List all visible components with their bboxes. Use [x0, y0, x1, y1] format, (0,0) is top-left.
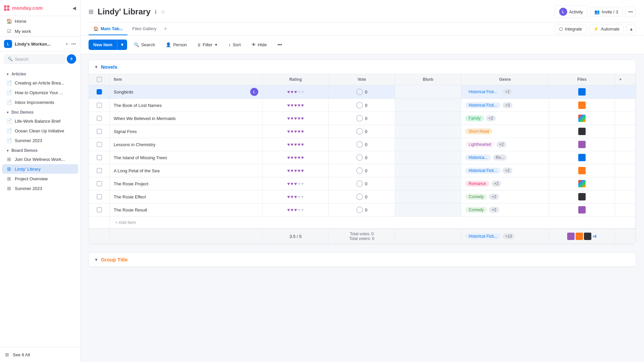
- vote-circle[interactable]: [356, 88, 363, 95]
- file-thumbnail[interactable]: [578, 88, 586, 96]
- files-cell[interactable]: [549, 177, 615, 190]
- blurb-cell[interactable]: [395, 177, 461, 190]
- more-toolbar-btn[interactable]: •••: [273, 40, 286, 50]
- item-name-cell[interactable]: The Book of Lost Names+: [110, 99, 263, 112]
- vote-cell[interactable]: 0: [329, 85, 395, 99]
- section-board-demos[interactable]: ▼ Board Demos: [2, 145, 78, 154]
- genre-cell[interactable]: Short Read: [461, 125, 549, 138]
- group-collapse-icon[interactable]: ▼: [94, 65, 98, 69]
- group-title-novels[interactable]: Novels: [101, 64, 117, 70]
- file-thumbnail[interactable]: [578, 128, 586, 135]
- rating-cell[interactable]: ♥♥♥♥♥: [262, 99, 329, 112]
- rating-cell[interactable]: ♥♥♥♥♥: [262, 112, 329, 125]
- genre-cell[interactable]: Historical Ficti...+2: [461, 164, 549, 177]
- star-icon[interactable]: ☆: [161, 9, 165, 15]
- row-checkbox-cell[interactable]: [89, 99, 110, 112]
- item-name-cell[interactable]: Lessons in Chemistry+: [110, 138, 263, 151]
- file-thumbnail[interactable]: [578, 154, 586, 161]
- sidebar-search-input[interactable]: [15, 57, 61, 62]
- vote-cell[interactable]: 0: [329, 190, 395, 203]
- rating-cell[interactable]: ♥♥♥♥♥: [262, 85, 329, 99]
- sidebar-item-my-work[interactable]: ☑ My work: [2, 26, 78, 36]
- blurb-cell[interactable]: [395, 112, 461, 125]
- vote-circle[interactable]: [356, 128, 363, 135]
- sidebar-collapse-btn[interactable]: ◀: [72, 5, 76, 11]
- file-thumbnail[interactable]: [578, 102, 586, 109]
- header-collapse-btn[interactable]: ▲: [627, 24, 636, 34]
- item-name-cell[interactable]: When We Believed in Mermaids+: [110, 112, 263, 125]
- sidebar-search[interactable]: 🔍: [4, 55, 65, 64]
- genre-cell[interactable]: Family+2: [461, 112, 549, 125]
- vote-circle[interactable]: [356, 115, 363, 122]
- file-thumbnail[interactable]: [578, 115, 586, 122]
- row-checkbox-cell[interactable]: [89, 190, 110, 203]
- blurb-cell[interactable]: [395, 203, 461, 217]
- integrate-btn[interactable]: ⬡ Integrate: [555, 24, 586, 34]
- new-item-btn[interactable]: New Item ▼: [89, 40, 127, 50]
- genre-cell[interactable]: Historical Ficti...+3: [461, 99, 549, 112]
- genre-cell[interactable]: Historica...Ro...: [461, 151, 549, 164]
- activity-btn[interactable]: L Activity: [555, 5, 587, 18]
- files-cell[interactable]: [549, 112, 615, 125]
- sidebar-item-ocean-cleanup[interactable]: 📄 Ocean Clean Up Initiative: [2, 126, 78, 135]
- genre-cell[interactable]: Romance+2: [461, 177, 549, 190]
- rating-cell[interactable]: ♥♥♥♥♥: [262, 125, 329, 138]
- files-cell[interactable]: [549, 190, 615, 203]
- filter-btn[interactable]: ⧖ Filter ▼: [194, 40, 222, 50]
- vote-circle[interactable]: [356, 193, 363, 200]
- sort-btn[interactable]: ↕ Sort: [224, 40, 245, 50]
- row-checkbox-cell[interactable]: [89, 177, 110, 190]
- vote-cell[interactable]: 0: [329, 112, 395, 125]
- avatar[interactable]: L: [250, 88, 258, 96]
- item-name-cell[interactable]: The Island of Missing Trees+: [110, 151, 263, 164]
- blurb-cell[interactable]: [395, 151, 461, 164]
- vote-cell[interactable]: 0: [329, 177, 395, 190]
- file-thumbnail[interactable]: [578, 180, 586, 187]
- search-btn[interactable]: 🔍 Search: [130, 40, 159, 50]
- board-more-btn[interactable]: •••: [625, 6, 636, 17]
- files-cell[interactable]: [549, 203, 615, 217]
- item-name-cell[interactable]: The Rosie Project+: [110, 177, 263, 190]
- tab-add-btn[interactable]: +: [161, 22, 169, 35]
- rating-cell[interactable]: ♥♥♥♥♥: [262, 177, 329, 190]
- vote-cell[interactable]: 0: [329, 203, 395, 217]
- file-thumbnail[interactable]: [578, 141, 586, 148]
- files-cell[interactable]: [549, 138, 615, 151]
- sidebar-item-home[interactable]: 🏠 Home: [2, 16, 78, 26]
- sidebar-item-see-it-all[interactable]: ⊞ See It All: [4, 350, 76, 359]
- tab-main-table[interactable]: 🏠 Main Tab...: [89, 23, 127, 35]
- add-item-label[interactable]: + Add Item: [110, 217, 636, 229]
- row-checkbox-cell[interactable]: [89, 203, 110, 217]
- sidebar-add-btn[interactable]: +: [67, 54, 76, 64]
- rating-cell[interactable]: ♥♥♥♥♥: [262, 138, 329, 151]
- section-articles[interactable]: ▼ Articles: [2, 69, 78, 78]
- sidebar-item-life-work[interactable]: 📄 Life-Work Balance Brief: [2, 116, 78, 126]
- blurb-cell[interactable]: [395, 190, 461, 203]
- automate-btn[interactable]: ⚡ Automate: [589, 24, 624, 34]
- blurb-cell[interactable]: [395, 164, 461, 177]
- workspace-header[interactable]: L Lindy's Worksп... ▼ •••: [0, 36, 80, 52]
- files-cell[interactable]: [549, 125, 615, 138]
- blurb-cell[interactable]: [395, 99, 461, 112]
- sidebar-item-summer2023-doc[interactable]: 📄 Summer 2023: [2, 136, 78, 145]
- item-name-cell[interactable]: The Rosie Result+: [110, 203, 263, 217]
- app-logo[interactable]: monday.com: [4, 5, 43, 11]
- tab-files-gallery[interactable]: Files Gallery: [127, 23, 161, 35]
- sidebar-item-wellness[interactable]: ⊞ Join Our Wellness Work...: [2, 155, 78, 164]
- row-checkbox-cell[interactable]: [89, 151, 110, 164]
- vote-circle[interactable]: [356, 167, 363, 174]
- vote-circle[interactable]: [356, 206, 363, 213]
- rating-cell[interactable]: ♥♥♥♥♥: [262, 190, 329, 203]
- item-name-cell[interactable]: SongbirdsL: [110, 85, 263, 99]
- row-checkbox-cell[interactable]: [89, 85, 110, 99]
- files-cell[interactable]: [549, 151, 615, 164]
- row-checkbox-cell[interactable]: [89, 112, 110, 125]
- sidebar-item-inbox-improvements[interactable]: 📄 Inbox Improvements: [2, 98, 78, 107]
- col-checkbox[interactable]: [89, 74, 110, 85]
- file-thumbnail[interactable]: [578, 206, 586, 214]
- row-checkbox-cell[interactable]: [89, 138, 110, 151]
- rating-cell[interactable]: ♥♥♥♥♥: [262, 151, 329, 164]
- group-collapse-icon[interactable]: ▼: [94, 257, 98, 262]
- genre-cell[interactable]: Historical Ficti...+2: [461, 85, 549, 99]
- genre-cell[interactable]: Lighthearted+2: [461, 138, 549, 151]
